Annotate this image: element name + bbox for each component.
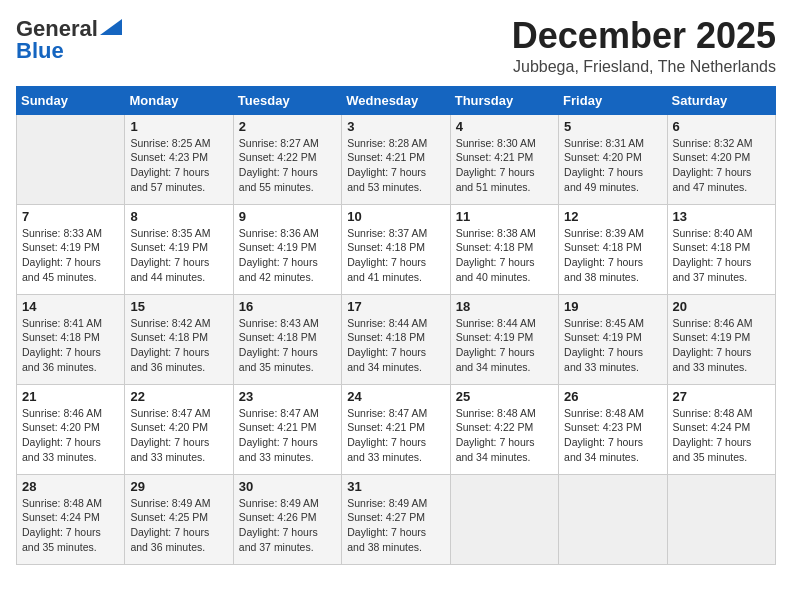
day-number: 16 xyxy=(239,299,336,314)
day-info: Sunrise: 8:47 AMSunset: 4:21 PMDaylight:… xyxy=(239,406,336,465)
week-row-5: 28Sunrise: 8:48 AMSunset: 4:24 PMDayligh… xyxy=(17,474,776,564)
day-number: 27 xyxy=(673,389,770,404)
day-info: Sunrise: 8:30 AMSunset: 4:21 PMDaylight:… xyxy=(456,136,553,195)
day-info: Sunrise: 8:44 AMSunset: 4:18 PMDaylight:… xyxy=(347,316,444,375)
day-info: Sunrise: 8:39 AMSunset: 4:18 PMDaylight:… xyxy=(564,226,661,285)
calendar-cell: 25Sunrise: 8:48 AMSunset: 4:22 PMDayligh… xyxy=(450,384,558,474)
day-of-week-tuesday: Tuesday xyxy=(233,86,341,114)
day-info: Sunrise: 8:25 AMSunset: 4:23 PMDaylight:… xyxy=(130,136,227,195)
day-info: Sunrise: 8:42 AMSunset: 4:18 PMDaylight:… xyxy=(130,316,227,375)
calendar-cell: 21Sunrise: 8:46 AMSunset: 4:20 PMDayligh… xyxy=(17,384,125,474)
calendar-cell: 18Sunrise: 8:44 AMSunset: 4:19 PMDayligh… xyxy=(450,294,558,384)
calendar-cell: 20Sunrise: 8:46 AMSunset: 4:19 PMDayligh… xyxy=(667,294,775,384)
calendar-cell: 29Sunrise: 8:49 AMSunset: 4:25 PMDayligh… xyxy=(125,474,233,564)
day-of-week-friday: Friday xyxy=(559,86,667,114)
day-number: 23 xyxy=(239,389,336,404)
calendar-cell: 17Sunrise: 8:44 AMSunset: 4:18 PMDayligh… xyxy=(342,294,450,384)
calendar-cell: 14Sunrise: 8:41 AMSunset: 4:18 PMDayligh… xyxy=(17,294,125,384)
calendar-cell: 4Sunrise: 8:30 AMSunset: 4:21 PMDaylight… xyxy=(450,114,558,204)
calendar-cell: 8Sunrise: 8:35 AMSunset: 4:19 PMDaylight… xyxy=(125,204,233,294)
calendar-cell xyxy=(559,474,667,564)
calendar-cell: 1Sunrise: 8:25 AMSunset: 4:23 PMDaylight… xyxy=(125,114,233,204)
day-info: Sunrise: 8:48 AMSunset: 4:23 PMDaylight:… xyxy=(564,406,661,465)
day-number: 31 xyxy=(347,479,444,494)
day-info: Sunrise: 8:49 AMSunset: 4:27 PMDaylight:… xyxy=(347,496,444,555)
logo: General Blue xyxy=(16,16,122,64)
day-number: 11 xyxy=(456,209,553,224)
calendar-cell: 2Sunrise: 8:27 AMSunset: 4:22 PMDaylight… xyxy=(233,114,341,204)
day-number: 4 xyxy=(456,119,553,134)
day-number: 29 xyxy=(130,479,227,494)
day-info: Sunrise: 8:40 AMSunset: 4:18 PMDaylight:… xyxy=(673,226,770,285)
day-info: Sunrise: 8:35 AMSunset: 4:19 PMDaylight:… xyxy=(130,226,227,285)
logo-icon xyxy=(100,19,122,35)
week-row-2: 7Sunrise: 8:33 AMSunset: 4:19 PMDaylight… xyxy=(17,204,776,294)
day-of-week-wednesday: Wednesday xyxy=(342,86,450,114)
day-number: 13 xyxy=(673,209,770,224)
day-info: Sunrise: 8:33 AMSunset: 4:19 PMDaylight:… xyxy=(22,226,119,285)
day-info: Sunrise: 8:48 AMSunset: 4:22 PMDaylight:… xyxy=(456,406,553,465)
calendar-cell: 10Sunrise: 8:37 AMSunset: 4:18 PMDayligh… xyxy=(342,204,450,294)
day-info: Sunrise: 8:47 AMSunset: 4:21 PMDaylight:… xyxy=(347,406,444,465)
day-number: 21 xyxy=(22,389,119,404)
week-row-1: 1Sunrise: 8:25 AMSunset: 4:23 PMDaylight… xyxy=(17,114,776,204)
day-number: 1 xyxy=(130,119,227,134)
day-number: 5 xyxy=(564,119,661,134)
day-number: 19 xyxy=(564,299,661,314)
calendar-cell: 15Sunrise: 8:42 AMSunset: 4:18 PMDayligh… xyxy=(125,294,233,384)
day-number: 18 xyxy=(456,299,553,314)
calendar: SundayMondayTuesdayWednesdayThursdayFrid… xyxy=(16,86,776,565)
day-number: 10 xyxy=(347,209,444,224)
day-info: Sunrise: 8:48 AMSunset: 4:24 PMDaylight:… xyxy=(22,496,119,555)
calendar-cell: 16Sunrise: 8:43 AMSunset: 4:18 PMDayligh… xyxy=(233,294,341,384)
day-info: Sunrise: 8:36 AMSunset: 4:19 PMDaylight:… xyxy=(239,226,336,285)
calendar-cell: 6Sunrise: 8:32 AMSunset: 4:20 PMDaylight… xyxy=(667,114,775,204)
day-info: Sunrise: 8:48 AMSunset: 4:24 PMDaylight:… xyxy=(673,406,770,465)
calendar-cell: 27Sunrise: 8:48 AMSunset: 4:24 PMDayligh… xyxy=(667,384,775,474)
day-info: Sunrise: 8:37 AMSunset: 4:18 PMDaylight:… xyxy=(347,226,444,285)
day-number: 3 xyxy=(347,119,444,134)
calendar-cell: 30Sunrise: 8:49 AMSunset: 4:26 PMDayligh… xyxy=(233,474,341,564)
day-info: Sunrise: 8:45 AMSunset: 4:19 PMDaylight:… xyxy=(564,316,661,375)
day-number: 8 xyxy=(130,209,227,224)
day-number: 30 xyxy=(239,479,336,494)
calendar-cell: 5Sunrise: 8:31 AMSunset: 4:20 PMDaylight… xyxy=(559,114,667,204)
calendar-cell: 23Sunrise: 8:47 AMSunset: 4:21 PMDayligh… xyxy=(233,384,341,474)
day-info: Sunrise: 8:28 AMSunset: 4:21 PMDaylight:… xyxy=(347,136,444,195)
day-number: 6 xyxy=(673,119,770,134)
day-number: 9 xyxy=(239,209,336,224)
day-info: Sunrise: 8:46 AMSunset: 4:20 PMDaylight:… xyxy=(22,406,119,465)
week-row-4: 21Sunrise: 8:46 AMSunset: 4:20 PMDayligh… xyxy=(17,384,776,474)
title-section: December 2025 Jubbega, Friesland, The Ne… xyxy=(512,16,776,76)
day-number: 15 xyxy=(130,299,227,314)
location-subtitle: Jubbega, Friesland, The Netherlands xyxy=(512,58,776,76)
day-number: 22 xyxy=(130,389,227,404)
week-row-3: 14Sunrise: 8:41 AMSunset: 4:18 PMDayligh… xyxy=(17,294,776,384)
calendar-cell xyxy=(667,474,775,564)
day-info: Sunrise: 8:27 AMSunset: 4:22 PMDaylight:… xyxy=(239,136,336,195)
calendar-cell: 7Sunrise: 8:33 AMSunset: 4:19 PMDaylight… xyxy=(17,204,125,294)
logo-blue-text: Blue xyxy=(16,38,64,64)
day-of-week-monday: Monday xyxy=(125,86,233,114)
month-title: December 2025 xyxy=(512,16,776,56)
day-number: 2 xyxy=(239,119,336,134)
day-info: Sunrise: 8:41 AMSunset: 4:18 PMDaylight:… xyxy=(22,316,119,375)
calendar-cell: 3Sunrise: 8:28 AMSunset: 4:21 PMDaylight… xyxy=(342,114,450,204)
calendar-cell: 22Sunrise: 8:47 AMSunset: 4:20 PMDayligh… xyxy=(125,384,233,474)
day-number: 25 xyxy=(456,389,553,404)
day-info: Sunrise: 8:43 AMSunset: 4:18 PMDaylight:… xyxy=(239,316,336,375)
day-of-week-saturday: Saturday xyxy=(667,86,775,114)
calendar-cell: 24Sunrise: 8:47 AMSunset: 4:21 PMDayligh… xyxy=(342,384,450,474)
calendar-cell: 9Sunrise: 8:36 AMSunset: 4:19 PMDaylight… xyxy=(233,204,341,294)
calendar-cell: 11Sunrise: 8:38 AMSunset: 4:18 PMDayligh… xyxy=(450,204,558,294)
day-info: Sunrise: 8:44 AMSunset: 4:19 PMDaylight:… xyxy=(456,316,553,375)
header: General Blue December 2025 Jubbega, Frie… xyxy=(16,16,776,76)
day-number: 12 xyxy=(564,209,661,224)
day-info: Sunrise: 8:46 AMSunset: 4:19 PMDaylight:… xyxy=(673,316,770,375)
day-number: 24 xyxy=(347,389,444,404)
day-info: Sunrise: 8:38 AMSunset: 4:18 PMDaylight:… xyxy=(456,226,553,285)
day-number: 20 xyxy=(673,299,770,314)
day-of-week-sunday: Sunday xyxy=(17,86,125,114)
day-number: 7 xyxy=(22,209,119,224)
calendar-cell: 31Sunrise: 8:49 AMSunset: 4:27 PMDayligh… xyxy=(342,474,450,564)
